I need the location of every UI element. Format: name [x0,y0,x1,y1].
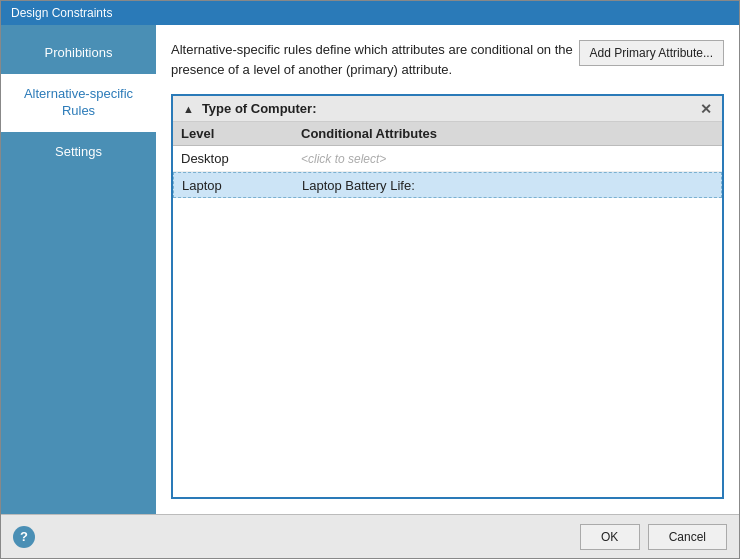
table-row[interactable]: Laptop Laptop Battery Life: [173,172,722,198]
bottom-bar: ? OK Cancel [1,514,739,558]
cell-level-desktop: Desktop [181,151,301,166]
sidebar-item-prohibitions[interactable]: Prohibitions [1,33,156,74]
design-constraints-dialog: Design Constraints Prohibitions Alternat… [0,0,740,559]
cancel-button[interactable]: Cancel [648,524,727,550]
table-rows: Desktop <click to select> Laptop Laptop … [173,146,722,497]
cell-level-laptop: Laptop [182,178,302,193]
sidebar-item-alternative-specific-rules[interactable]: Alternative-specific Rules [1,74,156,132]
help-button[interactable]: ? [13,526,35,548]
cell-conditional-desktop[interactable]: <click to select> [301,152,714,166]
table-header-row: ▲ Type of Computer: ✕ [173,96,722,122]
dialog-buttons: OK Cancel [580,524,727,550]
description-text: Alternative-specific rules define which … [171,40,579,79]
column-headers: Level Conditional Attributes [173,122,722,146]
main-content: Prohibitions Alternative-specific Rules … [1,25,739,514]
add-primary-attribute-button[interactable]: Add Primary Attribute... [579,40,724,66]
content-area: Alternative-specific rules define which … [156,25,739,514]
table-row[interactable]: Desktop <click to select> [173,146,722,172]
ok-button[interactable]: OK [580,524,640,550]
title-bar: Design Constraints [1,1,739,25]
col-header-conditional: Conditional Attributes [301,126,714,141]
collapse-button[interactable]: ▲ [181,103,196,115]
col-header-level: Level [181,126,301,141]
cell-conditional-laptop: Laptop Battery Life: [302,178,713,193]
primary-attribute-table-container: ▲ Type of Computer: ✕ Level Conditional … [171,94,724,499]
sidebar-item-settings[interactable]: Settings [1,132,156,173]
sidebar: Prohibitions Alternative-specific Rules … [1,25,156,514]
content-header: Alternative-specific rules define which … [171,40,724,79]
window-title: Design Constraints [11,6,112,20]
close-table-button[interactable]: ✕ [698,102,714,116]
table-header-title: Type of Computer: [202,101,692,116]
